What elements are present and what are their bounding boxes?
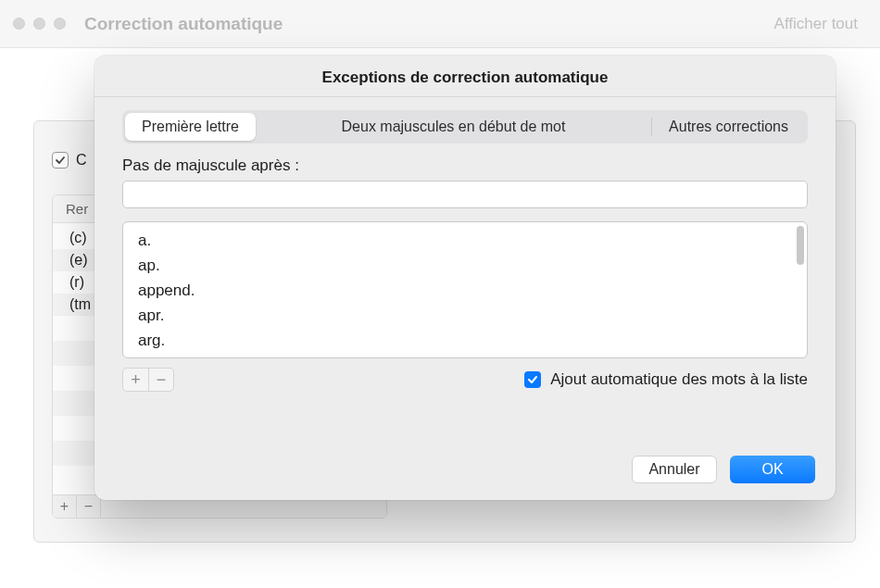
close-window-icon[interactable] (13, 18, 25, 30)
minimize-window-icon[interactable] (33, 18, 45, 30)
plus-minus-group: + − (122, 368, 174, 392)
tab-first-letter[interactable]: Première lettre (125, 113, 256, 141)
list-item[interactable]: arg. (138, 328, 798, 353)
show-all-button[interactable]: Afficher tout (765, 11, 867, 37)
list-item[interactable]: append. (138, 278, 798, 303)
list-item[interactable]: ap. (138, 253, 798, 278)
background-checkbox-row: C (52, 152, 87, 169)
window-title: Correction automatique (84, 14, 283, 34)
exception-input[interactable] (122, 181, 808, 208)
add-exception-button[interactable]: + (123, 369, 148, 391)
auto-add-checkbox[interactable] (524, 371, 541, 388)
auto-add-label: Ajout automatique des mots à la liste (550, 370, 808, 389)
add-row-button[interactable]: + (53, 495, 77, 518)
exception-list: a. ap. append. apr. arg. (122, 221, 808, 358)
remove-exception-button[interactable]: − (148, 369, 173, 391)
list-item[interactable]: apr. (138, 303, 798, 328)
background-checkbox[interactable] (52, 152, 69, 169)
tab-other-corrections[interactable]: Autres corrections (652, 113, 805, 141)
cancel-button[interactable]: Annuler (632, 456, 717, 483)
zoom-window-icon[interactable] (54, 18, 66, 30)
list-item[interactable]: a. (138, 228, 798, 253)
titlebar: Correction automatique Afficher tout (0, 0, 880, 48)
ok-button[interactable]: OK (730, 456, 815, 483)
auto-add-row: Ajout automatique des mots à la liste (524, 370, 808, 389)
exceptions-sheet: Exceptions de correction automatique Pre… (94, 56, 836, 500)
window-controls (13, 18, 66, 30)
prompt-label: Pas de majuscule après : (122, 156, 808, 175)
tab-segmented-control: Première lettre Deux majuscules en début… (122, 110, 808, 144)
sheet-title: Exceptions de correction automatique (94, 56, 836, 97)
scrollbar-thumb[interactable] (797, 226, 804, 265)
background-checkbox-label: C (76, 152, 87, 169)
tab-two-caps[interactable]: Deux majuscules en début de mot (256, 113, 651, 141)
